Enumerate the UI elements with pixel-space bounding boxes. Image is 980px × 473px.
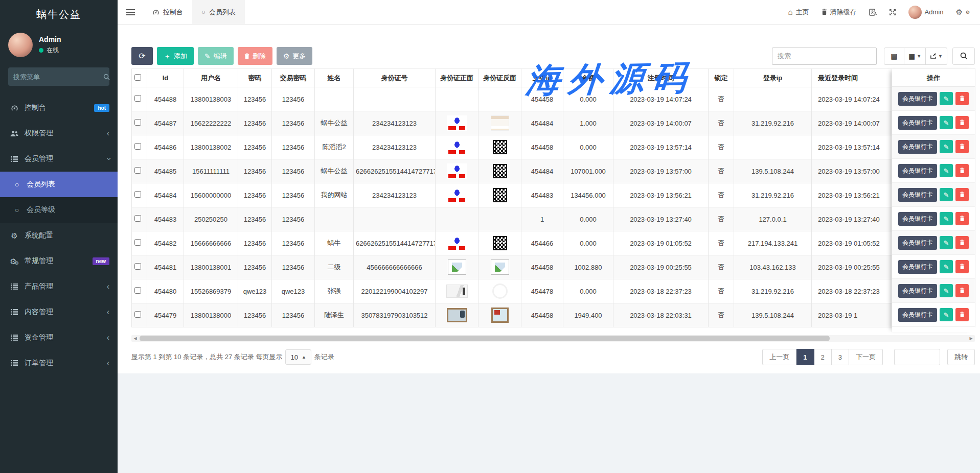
home-button[interactable]: ⌂ 主页 (788, 8, 809, 17)
member-bankcard-button[interactable]: 会员银行卡 (898, 236, 937, 250)
row-delete-button[interactable] (955, 188, 969, 201)
sidebar-search-input[interactable] (13, 73, 103, 81)
broken-image-thumbnail[interactable] (448, 259, 466, 275)
white-circle-thumbnail[interactable] (492, 283, 508, 299)
sidebar-item-3[interactable]: ⚙系统配置 (0, 223, 118, 248)
select-all-checkbox[interactable] (134, 74, 141, 81)
column-header[interactable]: 锁定 (709, 69, 734, 87)
page-button-2[interactable]: 2 (814, 349, 832, 365)
page-button-3[interactable]: 3 (832, 349, 849, 365)
jump-page-input[interactable] (894, 349, 940, 365)
sidebar-item-0[interactable]: 控制台hot (0, 95, 118, 121)
baidu-logo-thumbnail[interactable] (447, 187, 467, 203)
row-checkbox[interactable] (134, 95, 141, 102)
column-header[interactable]: 用户名 (184, 69, 238, 87)
baidu-logo-thumbnail[interactable] (447, 115, 467, 131)
row-delete-button[interactable] (955, 236, 969, 249)
broken-image-thumbnail[interactable] (491, 259, 509, 275)
row-delete-button[interactable] (955, 140, 969, 153)
row-edit-button[interactable]: ✎ (940, 188, 953, 201)
tab-member-list[interactable]: ○ 会员列表 (192, 0, 245, 24)
qr-code-thumbnail[interactable] (493, 164, 507, 178)
refresh-button[interactable]: ⟳ (131, 47, 153, 65)
next-page-button[interactable]: 下一页 (849, 349, 883, 365)
row-edit-button[interactable]: ✎ (940, 284, 953, 297)
user-menu[interactable]: Admin (908, 6, 944, 19)
sidebar-subitem-1[interactable]: ○会员等级 (0, 197, 118, 223)
column-header[interactable]: 交易密码 (272, 69, 315, 87)
member-bankcard-button[interactable]: 会员银行卡 (898, 164, 937, 178)
row-edit-button[interactable]: ✎ (940, 308, 953, 321)
jump-button[interactable]: 跳转 (947, 349, 975, 365)
row-delete-button[interactable] (955, 92, 969, 105)
columns-button[interactable]: ▦▼ (904, 48, 926, 65)
row-edit-button[interactable]: ✎ (940, 140, 953, 153)
sidebar-item-2[interactable]: 会员管理‹ (0, 146, 118, 172)
grey-card-thumbnail[interactable] (446, 285, 468, 298)
sidebar-item-6[interactable]: 内容管理‹ (0, 299, 118, 325)
row-checkbox[interactable] (134, 287, 141, 294)
row-edit-button[interactable]: ✎ (940, 92, 953, 105)
column-header[interactable]: Id (147, 69, 184, 87)
detail-view-button[interactable]: ▤ (884, 48, 904, 65)
row-checkbox[interactable] (134, 215, 141, 222)
member-bankcard-button[interactable]: 会员银行卡 (898, 308, 937, 322)
column-header[interactable]: 密码 (238, 69, 272, 87)
baidu-logo-thumbnail[interactable] (447, 139, 467, 155)
sidebar-subitem-0[interactable]: ○会员列表 (0, 172, 118, 197)
translate-icon[interactable] (869, 9, 877, 16)
column-header[interactable]: 身份证反面 (478, 69, 521, 87)
row-delete-button[interactable] (955, 284, 969, 297)
more-button[interactable]: ⚙更多 (277, 47, 313, 65)
member-bankcard-button[interactable]: 会员银行卡 (898, 116, 937, 130)
sidebar-toggle-icon[interactable] (118, 0, 143, 24)
prev-page-button[interactable]: 上一页 (762, 349, 796, 365)
member-bankcard-button[interactable]: 会员银行卡 (898, 212, 937, 226)
member-bankcard-button[interactable]: 会员银行卡 (898, 188, 937, 202)
baidu-logo-thumbnail[interactable] (447, 235, 467, 251)
sidebar-item-8[interactable]: 订单管理‹ (0, 350, 118, 376)
idcard-front-photo-thumbnail[interactable] (447, 308, 467, 322)
row-checkbox[interactable] (134, 311, 141, 318)
member-bankcard-button[interactable]: 会员银行卡 (898, 140, 937, 154)
sidebar-item-7[interactable]: 资金管理‹ (0, 325, 118, 350)
scroll-left-icon[interactable]: ◀ (131, 335, 139, 342)
edit-button[interactable]: ✎编辑 (198, 47, 234, 65)
sidebar-item-4[interactable]: ⚙⚙常规管理new (0, 248, 118, 274)
row-checkbox[interactable] (134, 239, 141, 246)
tab-dashboard[interactable]: 控制台 (143, 0, 192, 24)
sidebar-item-5[interactable]: 产品管理‹ (0, 274, 118, 299)
member-bankcard-button[interactable]: 会员银行卡 (898, 260, 937, 274)
scroll-right-icon[interactable]: ▶ (967, 335, 975, 342)
row-checkbox[interactable] (134, 143, 141, 150)
baidu-logo-thumbnail[interactable] (447, 163, 467, 179)
member-bankcard-button[interactable]: 会员银行卡 (898, 92, 937, 106)
page-size-select[interactable]: 10 ▲ (285, 349, 311, 365)
export-button[interactable]: ▼ (926, 48, 947, 65)
row-edit-button[interactable]: ✎ (940, 212, 953, 225)
column-header[interactable]: 登录ip (734, 69, 812, 87)
row-edit-button[interactable]: ✎ (940, 260, 953, 273)
column-header[interactable]: 上级id (521, 69, 563, 87)
row-checkbox[interactable] (134, 119, 141, 126)
row-checkbox[interactable] (134, 263, 141, 270)
row-delete-button[interactable] (955, 308, 969, 321)
column-header[interactable]: 注册时间 (613, 69, 709, 87)
sidebar-item-1[interactable]: 权限管理‹ (0, 121, 118, 146)
fullscreen-icon[interactable] (889, 9, 896, 16)
column-header[interactable]: 姓名 (315, 69, 354, 87)
row-edit-button[interactable]: ✎ (940, 236, 953, 249)
column-header[interactable]: 余额 (563, 69, 613, 87)
clear-cache-button[interactable]: 清除缓存 (822, 8, 857, 17)
column-header[interactable]: 身份证正面 (436, 69, 478, 87)
delete-button[interactable]: 删除 (238, 47, 272, 65)
idcard-back-photo-thumbnail[interactable] (491, 308, 509, 323)
row-checkbox[interactable] (134, 167, 141, 174)
row-edit-button[interactable]: ✎ (940, 164, 953, 177)
search-submit-button[interactable] (952, 48, 975, 65)
settings-gears-icon[interactable]: ⚙⚙ (955, 8, 970, 17)
qr-code-thumbnail[interactable] (493, 188, 507, 202)
row-delete-button[interactable] (955, 260, 969, 273)
row-delete-button[interactable] (955, 116, 969, 129)
page-button-1[interactable]: 1 (796, 349, 814, 365)
